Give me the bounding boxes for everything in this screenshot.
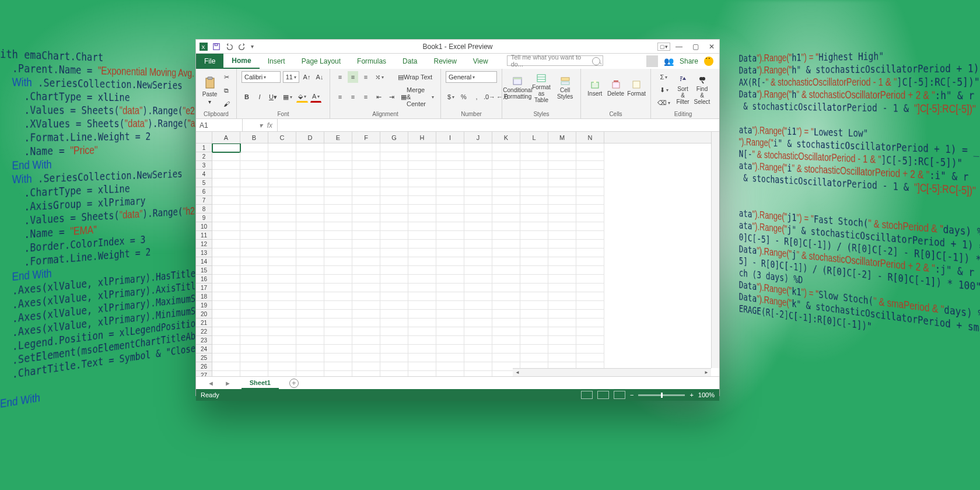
- cell[interactable]: [268, 318, 296, 327]
- cell[interactable]: [380, 371, 408, 376]
- cell[interactable]: [548, 214, 576, 222]
- cell[interactable]: [464, 240, 492, 249]
- sheet-nav-next-icon[interactable]: ►: [225, 380, 231, 387]
- cell[interactable]: [212, 354, 240, 362]
- cell[interactable]: [520, 214, 548, 222]
- cell[interactable]: [492, 205, 520, 214]
- indent-dec-icon[interactable]: ⇤: [373, 91, 384, 103]
- cell[interactable]: [380, 178, 408, 187]
- cell[interactable]: [408, 327, 436, 336]
- cell[interactable]: [352, 257, 380, 266]
- cell[interactable]: [436, 371, 464, 376]
- cell[interactable]: [436, 257, 464, 266]
- fx-icon[interactable]: fx: [267, 121, 272, 130]
- clear-icon[interactable]: ⌫: [656, 97, 672, 108]
- cell[interactable]: [408, 170, 436, 178]
- borders-icon[interactable]: ▦: [281, 91, 294, 103]
- find-select-button[interactable]: Find & Select: [694, 73, 710, 107]
- cell[interactable]: [240, 161, 268, 170]
- cell[interactable]: [324, 327, 352, 336]
- cell[interactable]: [492, 301, 520, 310]
- cell[interactable]: [548, 284, 576, 292]
- cell[interactable]: [380, 318, 408, 327]
- align-right-icon[interactable]: ≡: [360, 91, 371, 103]
- insert-cells-button[interactable]: Insert: [586, 71, 604, 105]
- row-header[interactable]: 5: [196, 178, 212, 187]
- cell[interactable]: [324, 310, 352, 318]
- cell[interactable]: [464, 178, 492, 187]
- cell[interactable]: [408, 257, 436, 266]
- row-header[interactable]: 10: [196, 222, 212, 231]
- cell[interactable]: [268, 257, 296, 266]
- cell[interactable]: [492, 354, 520, 362]
- cell[interactable]: [436, 178, 464, 187]
- cell[interactable]: [464, 318, 492, 327]
- cell[interactable]: [212, 275, 240, 284]
- cell[interactable]: [240, 292, 268, 301]
- cell[interactable]: [520, 161, 548, 170]
- cell[interactable]: [464, 257, 492, 266]
- cell[interactable]: [212, 152, 240, 161]
- cell[interactable]: [296, 144, 324, 152]
- cell[interactable]: [464, 214, 492, 222]
- cell[interactable]: [352, 144, 380, 152]
- cell[interactable]: [268, 292, 296, 301]
- cell[interactable]: [436, 327, 464, 336]
- row-header[interactable]: 15: [196, 266, 212, 275]
- cell[interactable]: [268, 301, 296, 310]
- row-header[interactable]: 23: [196, 336, 212, 345]
- cell[interactable]: [548, 275, 576, 284]
- cell[interactable]: [296, 336, 324, 345]
- share-label[interactable]: Share: [680, 57, 698, 65]
- percent-icon[interactable]: %: [459, 91, 469, 103]
- cell[interactable]: [324, 144, 352, 152]
- cell[interactable]: [408, 275, 436, 284]
- row-header[interactable]: 22: [196, 327, 212, 336]
- cell[interactable]: [464, 327, 492, 336]
- row-header[interactable]: 26: [196, 362, 212, 371]
- cell[interactable]: [408, 318, 436, 327]
- paste-button[interactable]: Paste▾: [201, 74, 219, 107]
- cell[interactable]: [352, 178, 380, 187]
- cell[interactable]: [436, 214, 464, 222]
- cell[interactable]: [212, 336, 240, 345]
- cell[interactable]: [576, 231, 604, 240]
- cell[interactable]: [268, 275, 296, 284]
- cell[interactable]: [240, 170, 268, 178]
- cell[interactable]: [548, 336, 576, 345]
- cell[interactable]: [296, 178, 324, 187]
- cell[interactable]: [240, 371, 268, 376]
- cell[interactable]: [492, 152, 520, 161]
- cell[interactable]: [212, 222, 240, 231]
- currency-icon[interactable]: $: [446, 91, 456, 103]
- save-icon[interactable]: [212, 43, 220, 51]
- cell[interactable]: [380, 275, 408, 284]
- cell[interactable]: [464, 310, 492, 318]
- align-middle-icon[interactable]: ≡: [348, 71, 358, 83]
- cell[interactable]: [548, 144, 576, 152]
- cell[interactable]: [464, 144, 492, 152]
- cell[interactable]: [408, 292, 436, 301]
- cell[interactable]: [240, 284, 268, 292]
- cell[interactable]: [240, 257, 268, 266]
- cell[interactable]: [324, 178, 352, 187]
- cell[interactable]: [212, 205, 240, 214]
- feedback-icon[interactable]: [704, 57, 713, 66]
- underline-button[interactable]: U▾: [267, 91, 279, 103]
- cell[interactable]: [324, 275, 352, 284]
- cell[interactable]: [380, 144, 408, 152]
- cell[interactable]: [576, 170, 604, 178]
- row-header[interactable]: 25: [196, 354, 212, 362]
- cell[interactable]: [492, 345, 520, 354]
- cell[interactable]: [548, 231, 576, 240]
- tab-insert[interactable]: Insert: [260, 54, 293, 69]
- cell[interactable]: [520, 152, 548, 161]
- cell[interactable]: [548, 310, 576, 318]
- cell[interactable]: [464, 196, 492, 205]
- cell[interactable]: [436, 345, 464, 354]
- cell[interactable]: [324, 187, 352, 196]
- cell[interactable]: [324, 301, 352, 310]
- fx-cancel-icon[interactable]: ▾: [259, 121, 262, 130]
- cell[interactable]: [352, 161, 380, 170]
- cell[interactable]: [548, 327, 576, 336]
